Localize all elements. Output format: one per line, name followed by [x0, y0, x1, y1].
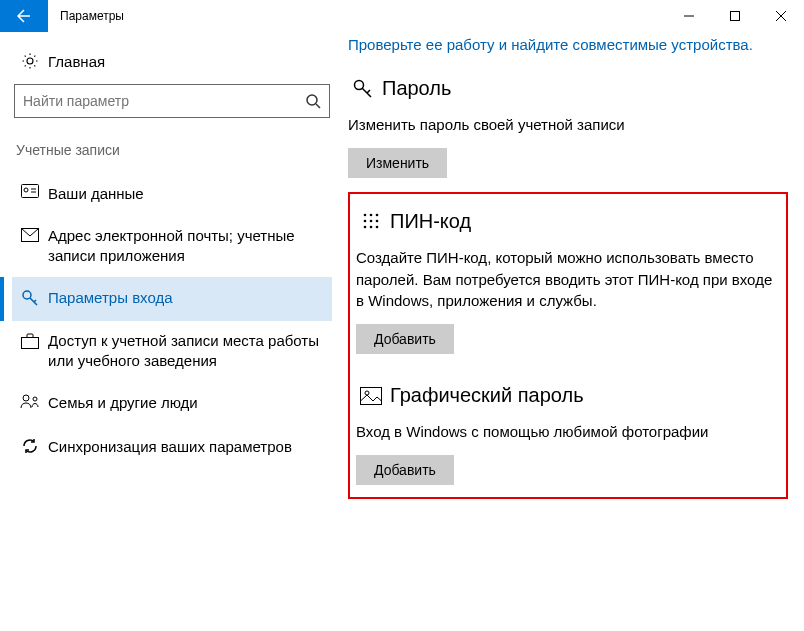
svg-point-10 [364, 214, 367, 217]
section-title: Графический пароль [386, 384, 584, 407]
back-button[interactable] [0, 0, 48, 32]
search-icon [305, 93, 321, 109]
sidebar-item-label: Синхронизация ваших параметров [44, 437, 328, 457]
section-desc: Создайте ПИН-код, который можно использо… [356, 247, 774, 312]
svg-point-5 [23, 291, 31, 299]
section-label: Учетные записи [12, 136, 332, 172]
section-title: Пароль [378, 77, 451, 100]
picture-icon [356, 387, 386, 405]
content: Проверьте ее работу и найдите совместимы… [340, 32, 804, 631]
close-icon [776, 11, 786, 21]
maximize-icon [730, 11, 740, 21]
svg-point-3 [24, 188, 28, 192]
svg-rect-0 [731, 12, 740, 21]
svg-point-12 [376, 214, 379, 217]
add-picture-password-button[interactable]: Добавить [356, 455, 454, 485]
section-header: Пароль [348, 77, 788, 100]
mail-icon [16, 226, 44, 242]
svg-point-17 [370, 226, 373, 229]
svg-point-1 [307, 95, 317, 105]
sidebar-item-work[interactable]: Доступ к учетной записи места работы или… [12, 321, 332, 382]
window-controls [666, 0, 804, 32]
sidebar-item-family[interactable]: Семья и другие люди [12, 381, 332, 425]
sidebar-item-label: Доступ к учетной записи места работы или… [44, 331, 328, 372]
svg-point-8 [33, 397, 37, 401]
svg-point-18 [376, 226, 379, 229]
svg-point-14 [370, 220, 373, 223]
svg-point-15 [376, 220, 379, 223]
briefcase-icon [16, 331, 44, 349]
sidebar-item-label: Параметры входа [44, 288, 328, 308]
svg-point-7 [23, 395, 29, 401]
key-icon [16, 287, 44, 307]
sidebar-item-label: Семья и другие люди [44, 393, 328, 413]
picture-password-section: Графический пароль Вход в Windows с помо… [356, 384, 774, 485]
maximize-button[interactable] [712, 0, 758, 32]
section-desc: Изменить пароль своей учетной записи [348, 114, 768, 136]
sidebar-item-your-info[interactable]: Ваши данные [12, 172, 332, 216]
svg-point-13 [364, 220, 367, 223]
section-desc: Вход в Windows с помощью любимой фотогра… [356, 421, 774, 443]
section-header: ПИН-код [356, 210, 774, 233]
arrow-left-icon [16, 8, 32, 24]
titlebar: Параметры [0, 0, 804, 32]
sidebar-item-sync[interactable]: Синхронизация ваших параметров [12, 425, 332, 469]
sidebar: Главная Учетные записи Ваши данные Адрес… [0, 32, 340, 631]
svg-point-16 [364, 226, 367, 229]
main-area: Главная Учетные записи Ваши данные Адрес… [0, 32, 804, 631]
sync-icon [16, 435, 44, 455]
highlighted-options: ПИН-код Создайте ПИН-код, который можно … [348, 192, 788, 499]
pin-section: ПИН-код Создайте ПИН-код, который можно … [356, 210, 774, 354]
svg-rect-6 [22, 337, 39, 348]
close-button[interactable] [758, 0, 804, 32]
compat-link[interactable]: Проверьте ее работу и найдите совместимы… [348, 34, 788, 61]
search-input[interactable] [23, 93, 305, 109]
sidebar-item-label: Адрес электронной почты; учетные записи … [44, 226, 328, 267]
keypad-icon [356, 211, 386, 231]
sidebar-item-label: Ваши данные [44, 184, 328, 204]
section-title: ПИН-код [386, 210, 471, 233]
svg-point-11 [370, 214, 373, 217]
sidebar-item-email[interactable]: Адрес электронной почты; учетные записи … [12, 216, 332, 277]
key-icon [348, 78, 378, 100]
section-header: Графический пароль [356, 384, 774, 407]
minimize-icon [684, 11, 694, 21]
add-pin-button[interactable]: Добавить [356, 324, 454, 354]
sidebar-item-signin[interactable]: Параметры входа [12, 277, 332, 321]
search-box[interactable] [14, 84, 330, 118]
svg-rect-19 [361, 387, 382, 404]
window-title: Параметры [48, 9, 666, 23]
change-password-button[interactable]: Изменить [348, 148, 447, 178]
people-icon [16, 391, 44, 409]
minimize-button[interactable] [666, 0, 712, 32]
password-section: Пароль Изменить пароль своей учетной зап… [348, 77, 788, 178]
gear-icon [16, 52, 44, 70]
home-label: Главная [44, 53, 105, 70]
home-row[interactable]: Главная [12, 44, 332, 84]
id-card-icon [16, 182, 44, 198]
